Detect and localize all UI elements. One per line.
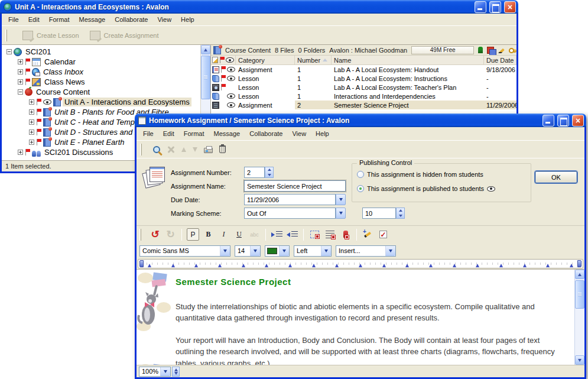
toolbar-grip[interactable] [5,30,7,41]
outdent-button[interactable] [286,228,298,241]
close-button[interactable]: × [572,115,584,127]
previous-item-icon[interactable] [181,147,186,152]
menu-edit[interactable]: Edit [24,15,44,24]
font-family-select[interactable]: Comic Sans MS [139,245,230,257]
create-assignment-button[interactable]: Create Assignment [90,31,159,40]
undo-icon[interactable]: ↺ [149,228,161,241]
scroll-thumb[interactable] [201,56,210,99]
table-row-lab-a-a-local-ecosystem-handout[interactable]: Assignment1Lab A - A Local Ecosystem: Ha… [211,65,516,74]
expand-icon[interactable] [18,150,23,155]
chevron-down-icon[interactable] [336,194,346,205]
expand-icon[interactable] [29,129,34,135]
collapse-icon[interactable] [18,89,23,95]
person-icon[interactable] [478,47,483,53]
list-field-button[interactable] [324,228,336,241]
chevron-down-icon[interactable] [279,246,289,256]
marking-points-field[interactable]: 10 [362,208,405,219]
assignment-number-value[interactable]: 2 [244,167,265,178]
strikethrough-button[interactable]: abc [248,228,261,241]
scroll-up-button[interactable] [201,45,210,54]
menu-view[interactable]: View [287,129,311,138]
underline-button[interactable]: U [233,228,245,241]
document-text-area[interactable]: Semester Science Project Study the inter… [173,270,574,365]
radio-icon[interactable] [357,171,364,178]
menu-view[interactable]: View [152,15,176,24]
chevron-down-icon[interactable] [321,246,331,256]
assignment-number-field[interactable]: 2 [244,167,274,178]
menu-file[interactable]: File [4,15,24,24]
bold-button[interactable]: B [202,228,215,241]
scroll-down-button[interactable] [575,355,584,365]
chevron-down-icon[interactable] [336,208,346,219]
toolbar-grip[interactable] [139,229,141,241]
menu-message[interactable]: Message [209,129,245,138]
scroll-thumb[interactable] [575,280,584,309]
zoom-spinner[interactable] [172,367,180,377]
table-row-interactions-and-interdependencies[interactable]: Lesson1Interactions and Interdependencie… [211,92,516,101]
menu-help[interactable]: Help [311,129,334,138]
header-number[interactable]: Number [295,56,332,64]
menu-message[interactable]: Message [74,15,111,24]
menu-file[interactable]: File [138,129,158,138]
font-size-select[interactable]: 14 [235,245,261,257]
tree-item-unit-a-interactions-and-ecosystems[interactable]: Unit A - Interactions and Ecosystems [2,97,200,107]
print-icon[interactable] [204,148,213,153]
table-row-semester-science-project[interactable]: Assignment2Semester Science Project11/29… [211,101,516,109]
number-spinner[interactable] [265,167,274,178]
close-button[interactable]: × [504,1,516,13]
chevron-down-icon[interactable] [160,367,170,376]
menu-collaborate[interactable]: Collaborate [110,15,152,24]
tree-item-course-content[interactable]: Course Content [2,87,200,97]
tree-item-class-inbox[interactable]: Class Inbox [2,67,200,77]
redo-icon[interactable]: ↻ [164,228,177,241]
radio-selected-icon[interactable] [357,185,364,192]
tree-item-sci201[interactable]: SCI201 [2,47,200,57]
pencil-icon[interactable] [498,48,505,54]
delete-icon[interactable] [219,145,226,153]
front-titlebar[interactable]: Homework Assignment / Semester Science P… [135,114,586,127]
create-lesson-button[interactable]: Create Lesson [22,31,79,40]
collapse-icon[interactable] [7,49,12,54]
back-titlebar[interactable]: Unit A - Interactions and Ecosystems : A… [0,0,518,14]
menu-help[interactable]: Help [176,15,199,24]
minimize-button[interactable] [542,115,554,127]
left-margin-marker[interactable] [139,260,144,267]
chevron-down-icon[interactable] [220,246,230,256]
signature-button[interactable] [362,228,374,241]
tree-item-class-news[interactable]: Class News [2,77,200,87]
tree-item-calendar[interactable]: Calendar [2,57,200,67]
assignment-name-value[interactable]: Semester Science Project [244,180,346,192]
due-date-field[interactable]: 11/29/2006 [244,194,346,205]
table-row-lab-a-a-local-ecosystem-teacher-s-plan[interactable]: Lesson1Lab A - A Local Ecosystem: Teache… [211,83,516,92]
header-category[interactable]: Category [236,56,295,64]
chevron-down-icon[interactable] [385,246,395,256]
tools-icon[interactable] [167,145,175,154]
checkbox-button[interactable]: ✓ [377,228,389,241]
indent-button[interactable] [271,228,283,241]
menu-collaborate[interactable]: Collaborate [245,129,287,138]
table-row-lab-a-a-local-ecosystem-instructions[interactable]: Lesson1Lab A - A Local Ecosystem: Instru… [211,74,516,83]
font-color-select[interactable] [265,245,290,257]
editor-scrollbar[interactable] [574,270,584,365]
key-icon[interactable] [509,49,516,53]
ok-button[interactable]: OK [535,171,577,183]
insert-select[interactable]: Insert... [336,245,396,257]
expand-icon[interactable] [29,140,34,145]
header-name[interactable]: Name [332,56,484,64]
header-icon-column[interactable] [211,56,236,64]
menu-format[interactable]: Format [44,15,74,24]
zoom-select[interactable]: 100% [139,367,171,377]
chevron-down-icon[interactable] [250,246,260,256]
marking-points-value[interactable]: 10 [362,208,396,219]
expand-icon[interactable] [29,109,34,115]
next-item-icon[interactable] [193,147,197,152]
due-date-value[interactable]: 11/29/2006 [244,194,336,205]
maximize-button[interactable] [489,1,501,13]
menu-format[interactable]: Format [179,129,209,138]
pages-icon[interactable] [487,47,494,54]
expand-icon[interactable] [18,59,23,64]
align-select[interactable]: Left [294,245,332,257]
assignment-name-field[interactable]: Semester Science Project [244,180,346,192]
expand-icon[interactable] [29,99,34,105]
radio-hidden-option[interactable]: This assignment is hidden from students [357,171,483,178]
